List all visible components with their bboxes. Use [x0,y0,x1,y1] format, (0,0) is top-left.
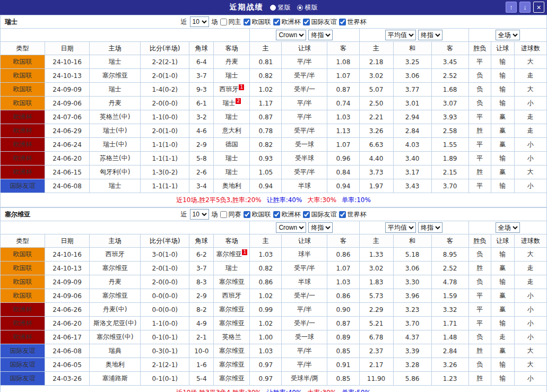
fulltime-select[interactable]: 全场 [496,222,520,233]
close-button[interactable]: × [533,2,544,13]
result-handicap: 赢 [491,262,514,275]
result-goals: 走 [514,124,546,138]
column-header: 主 [359,234,393,248]
same-filter[interactable]: 同主 [220,18,241,27]
odds-home: 0.99 [250,303,282,317]
match-score: 2-0(0-0) [141,275,189,289]
bookmaker-select[interactable]: Crown [276,30,306,40]
away-team: 瑞士2 [214,97,250,110]
league-filter-checkbox[interactable] [339,211,346,218]
home-team: 塞浦路斯 [90,372,141,386]
avg-home-odds: 1.97 [359,179,393,193]
avg-home-odds: 2.29 [359,303,393,317]
avg-home-odds: 2.50 [359,97,393,110]
odds-home: 0.87 [250,110,282,124]
league-filter[interactable]: 欧洲杯 [273,18,301,27]
type-badge: 欧洲杯 [1,138,45,152]
league-filter-checkbox[interactable] [244,211,250,218]
home-team: 斯洛文尼亚(中) [90,317,141,330]
column-header: 比分(半场) [141,234,189,248]
league-filter-checkbox[interactable] [303,19,310,25]
league-filter[interactable]: 世界杯 [338,210,367,219]
match-score: 2-1(2-1) [141,358,189,372]
odds-handicap: 受球半/两 [282,372,327,386]
avg-home-odds: 5.73 [359,289,393,303]
result-outcome: 平 [468,303,491,317]
result-goals: 小 [514,152,546,165]
move-up-button[interactable]: ↑ [506,2,517,13]
league-filter-checkbox[interactable] [244,19,250,25]
bookmaker-select[interactable]: Crown [276,222,306,233]
column-header: 客 [431,42,468,55]
league-filter-checkbox[interactable] [339,19,346,25]
view-option-vertical[interactable]: 竖版 [270,3,291,12]
team-name: 塞尔维亚 [5,210,30,219]
move-down-button[interactable]: ↓ [519,2,531,13]
fulltime-select[interactable]: 全场 [496,30,520,40]
avg-draw-odds: 3.40 [393,152,431,165]
odds-time-select[interactable]: 终指 [308,222,333,233]
corners: 6-2 [189,248,214,262]
filter-near-label: 近 [181,210,187,219]
corners: 2-9 [189,289,214,303]
odds-handicap: 半球 [282,179,327,193]
avg-home-odds: 3.02 [359,69,393,83]
view-option-horizontal[interactable]: 横版 [297,3,318,12]
league-filter[interactable]: 欧国联 [243,210,271,219]
match-date: 24-10-16 [45,248,90,262]
league-filter-checkbox[interactable] [303,211,310,218]
league-filter-label: 欧国联 [252,18,271,27]
odds-home: 1.03 [250,344,282,358]
corners: 3-4 [189,179,214,193]
odds-away: 0.96 [327,152,359,165]
recent-count-select[interactable]: 10 [190,16,209,27]
league-filter[interactable]: 世界杯 [338,18,367,27]
home-team: 塞尔维亚 [90,69,141,83]
type-badge: 欧国联 [1,97,45,110]
avg-away-odds: 3.93 [431,110,468,124]
avg-away-odds: 3.26 [431,358,468,372]
same-filter-checkbox[interactable] [220,211,227,218]
league-filter[interactable]: 欧国联 [243,18,271,27]
avg-home-odds: 3.26 [359,124,393,138]
league-filter[interactable]: 国际友谊 [302,18,337,27]
league-filter[interactable]: 国际友谊 [302,210,337,219]
league-filter-checkbox[interactable] [273,211,280,218]
type-badge: 国际友谊 [1,358,45,372]
result-outcome: 胜 [468,262,491,275]
away-team: 瑞士 [214,110,250,124]
filter-matches-label: 场 [212,18,218,27]
home-team: 奥地利 [90,358,141,372]
match-row: 欧洲杯24-06-24瑞士(中)1-1(1-0)2-9德国0.82受一球1.07… [1,138,547,152]
column-header: 客场 [214,234,250,248]
column-header: 主 [250,234,282,248]
column-header: 胜负 [468,234,491,248]
home-team: 匈牙利(中) [90,165,141,179]
odds-handicap: 受一球 [282,330,327,344]
average-time-select[interactable]: 终指 [418,222,442,233]
title-group: 近期战绩 竖版 横版 [230,3,318,12]
league-filter[interactable]: 欧洲杯 [273,210,301,219]
type-badge: 欧洲杯 [1,110,45,124]
odds-home: 0.93 [250,152,282,165]
bookmaker-odds-group: Crown终指 [250,29,359,42]
average-select[interactable]: 平均值 [385,222,416,233]
sections-container: 瑞士近10场同主欧国联欧洲杯国际友谊世界杯Crown终指平均值终指全场类型日期主… [0,15,547,392]
league-filter-checkbox[interactable] [273,19,280,25]
odds-away: 0.94 [327,179,359,193]
same-filter-checkbox[interactable] [220,19,227,25]
odds-time-select[interactable]: 终指 [308,30,333,40]
result-handicap: 输 [491,83,514,97]
away-team: 瑞士 [214,152,250,165]
recent-count-select[interactable]: 10 [190,209,209,220]
result-handicap: 赢 [491,138,514,152]
away-team: 塞尔维亚 [214,275,250,289]
average-time-select[interactable]: 终指 [418,30,442,40]
corners: 2-6 [189,165,214,179]
average-select[interactable]: 平均值 [385,30,416,40]
same-filter[interactable]: 同赛 [220,210,241,219]
panel-title: 近期战绩 [230,3,264,12]
summary-text: 近10场,胜2平5负3,胜率:20%让胜率:40%大率:30%单率:10% [1,193,547,207]
odds-handicap: 受平/半 [282,69,327,83]
avg-away-odds: 2.58 [431,124,468,138]
